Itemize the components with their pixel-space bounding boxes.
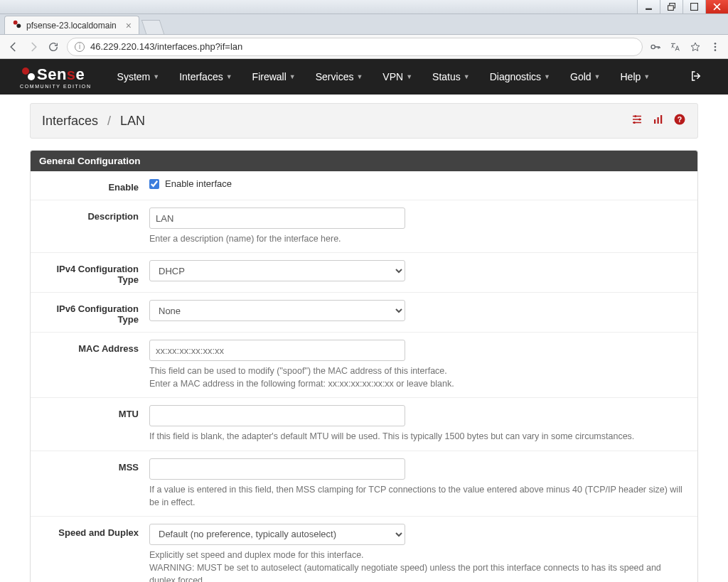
help-question-icon[interactable]: ?	[673, 113, 686, 129]
chevron-down-icon: ▼	[406, 73, 412, 80]
browser-menu-icon[interactable]	[710, 41, 721, 53]
nav-gold-label: Gold	[570, 71, 592, 82]
bookmark-star-icon[interactable]	[690, 41, 701, 53]
label-mss: MSS	[39, 458, 149, 473]
nav-system[interactable]: System▼	[107, 59, 170, 95]
logout-button[interactable]	[685, 70, 707, 85]
nav-vpn-label: VPN	[382, 71, 403, 82]
ipv6-config-select[interactable]: None	[149, 300, 405, 321]
svg-point-4	[14, 21, 18, 25]
page-header: Interfaces / LAN ?	[30, 103, 698, 139]
browser-toolbar: i 46.229.220.143/interfaces.php?if=lan	[0, 35, 728, 59]
svg-point-8	[714, 45, 717, 48]
window-titlebar	[0, 0, 728, 14]
speed-help: Explicitly set speed and duplex mode for…	[149, 549, 689, 582]
mtu-help: If this field is blank, the adapter's de…	[149, 430, 689, 443]
label-ipv4-type: IPv4 Configuration Type	[39, 260, 149, 285]
logout-icon	[690, 70, 702, 82]
chevron-down-icon: ▼	[643, 73, 650, 80]
svg-point-13	[638, 119, 641, 121]
window-maximize-button[interactable]	[682, 0, 705, 14]
nav-help[interactable]: Help▼	[611, 59, 660, 95]
enable-interface-checkbox-label[interactable]: Enable interface	[149, 178, 689, 189]
ipv4-config-select[interactable]: DHCP	[149, 260, 405, 281]
site-info-icon[interactable]: i	[75, 42, 85, 52]
enable-interface-text: Enable interface	[165, 178, 232, 189]
chevron-down-icon: ▼	[464, 73, 470, 80]
description-input[interactable]	[149, 208, 405, 229]
breadcrumb-separator: /	[107, 114, 111, 128]
breadcrumb-root[interactable]: Interfaces	[42, 114, 98, 128]
speed-duplex-select[interactable]: Default (no preference, typically autose…	[149, 524, 405, 545]
nav-status[interactable]: Status▼	[422, 59, 480, 95]
nav-vpn[interactable]: VPN▼	[373, 59, 422, 95]
forward-button[interactable]	[27, 41, 40, 53]
nav-gold[interactable]: Gold▼	[560, 59, 611, 95]
nav-system-label: System	[117, 71, 151, 82]
window-close-button[interactable]	[705, 0, 728, 14]
translate-icon[interactable]	[670, 41, 681, 53]
logo-text-red: s	[67, 67, 76, 82]
nav-interfaces[interactable]: Interfaces▼	[169, 59, 242, 95]
svg-point-14	[633, 122, 636, 124]
nav-help-label: Help	[621, 71, 641, 82]
browser-tab[interactable]: pfsense-23.localdomain ×	[4, 16, 139, 34]
app-navbar: Sense COMMUNITY EDITION System▼ Interfac…	[0, 59, 728, 95]
nav-firewall[interactable]: Firewall▼	[242, 59, 306, 95]
description-help: Enter a description (name) for the inter…	[149, 232, 689, 245]
panel-general-configuration: General Configuration Enable Enable inte…	[30, 150, 698, 582]
svg-rect-16	[658, 117, 659, 124]
svg-point-12	[634, 115, 636, 117]
back-button[interactable]	[7, 41, 20, 53]
svg-rect-15	[654, 119, 655, 124]
mac-address-input[interactable]	[149, 340, 405, 361]
svg-point-7	[714, 43, 717, 45]
nav-services[interactable]: Services▼	[306, 59, 373, 95]
sliders-icon[interactable]	[631, 113, 643, 129]
browser-tab-strip: pfsense-23.localdomain ×	[0, 14, 728, 35]
enable-interface-checkbox[interactable]	[149, 179, 159, 189]
nav-interfaces-label: Interfaces	[179, 71, 223, 82]
window-restore-button[interactable]	[660, 0, 682, 14]
pfsense-logo-icon	[20, 65, 37, 82]
nav-status-label: Status	[432, 71, 461, 82]
reload-button[interactable]	[47, 41, 60, 53]
mtu-input[interactable]	[149, 405, 405, 426]
breadcrumb-leaf: LAN	[120, 114, 145, 128]
svg-text:?: ?	[678, 115, 682, 124]
label-ipv6-type: IPv6 Configuration Type	[39, 300, 149, 325]
svg-point-6	[651, 45, 655, 48]
label-mtu: MTU	[39, 405, 149, 419]
label-mac: MAC Address	[39, 340, 149, 354]
nav-services-label: Services	[316, 71, 354, 82]
svg-point-9	[714, 49, 717, 51]
chevron-down-icon: ▼	[356, 73, 363, 80]
chevron-down-icon: ▼	[289, 73, 296, 80]
svg-rect-2	[668, 6, 674, 11]
tab-close-button[interactable]: ×	[126, 21, 132, 31]
new-tab-button[interactable]	[141, 20, 164, 34]
tab-title: pfsense-23.localdomain	[26, 21, 117, 31]
app-logo[interactable]: Sense COMMUNITY EDITION	[20, 65, 92, 89]
window-minimize-button[interactable]	[637, 0, 660, 14]
chevron-down-icon: ▼	[544, 73, 550, 80]
address-bar[interactable]: i 46.229.220.143/interfaces.php?if=lan	[67, 38, 643, 56]
svg-rect-0	[646, 9, 652, 10]
chevron-down-icon: ▼	[594, 73, 601, 80]
label-description: Description	[39, 208, 149, 222]
logo-subtitle: COMMUNITY EDITION	[20, 84, 92, 89]
svg-rect-3	[691, 4, 698, 11]
breadcrumb: Interfaces / LAN	[42, 114, 145, 129]
status-graph-icon[interactable]	[652, 113, 665, 129]
svg-point-11	[28, 73, 35, 80]
chevron-down-icon: ▼	[153, 73, 159, 80]
nav-diagnostics[interactable]: Diagnostics▼	[480, 59, 560, 95]
nav-firewall-label: Firewall	[252, 71, 287, 82]
logo-text-2: e	[76, 67, 85, 82]
mss-input[interactable]	[149, 458, 405, 480]
nav-diagnostics-label: Diagnostics	[490, 71, 541, 82]
svg-point-5	[16, 23, 21, 28]
password-key-icon[interactable]	[650, 41, 661, 53]
chevron-down-icon: ▼	[226, 73, 232, 80]
label-enable: Enable	[39, 178, 149, 193]
